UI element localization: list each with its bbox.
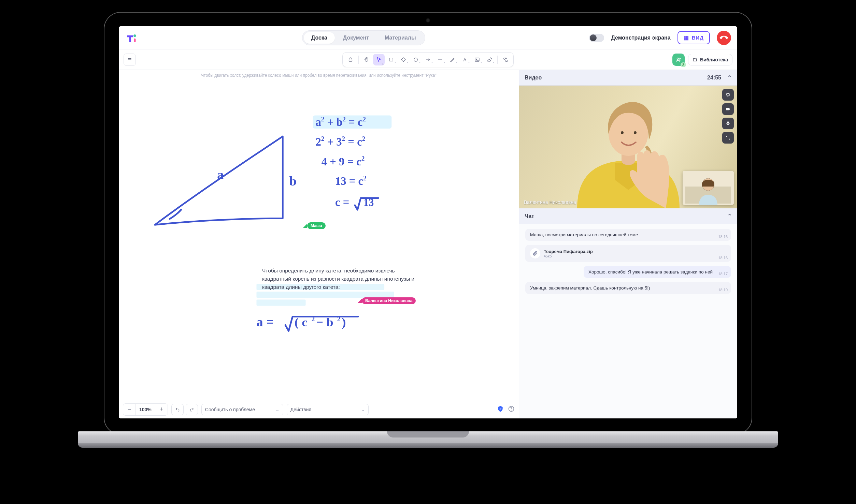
chat-time: 18:16 [718, 235, 728, 239]
svg-text:4 + 9 = c2: 4 + 9 = c2 [322, 155, 365, 167]
sidebar-toggle-button[interactable] [124, 54, 136, 66]
tool-select[interactable]: 1 [373, 54, 385, 65]
mode-tabs: Доска Документ Материалы [302, 30, 425, 45]
tool-line[interactable]: ˅ [434, 54, 446, 65]
cursor-teacher: Валентина Николаевна [358, 297, 416, 304]
chat-messages[interactable]: Маша, посмотри материалы по сегодняшней … [519, 224, 737, 418]
svg-text:13 = c2: 13 = c2 [335, 175, 367, 187]
svg-text:22 + 32 = c2: 22 + 32 = c2 [315, 135, 365, 148]
svg-text:( c: ( c [295, 315, 307, 329]
chat-message: Маша, посмотри материалы по сегодняшней … [525, 229, 731, 241]
tool-eraser[interactable]: ˅ [484, 54, 495, 65]
tool-arrow[interactable]: ˅ [422, 54, 434, 65]
chevron-down-icon: ⌄ [361, 407, 365, 412]
video-name-overlay: Валентина Николаевна [524, 199, 576, 205]
svg-point-7 [504, 58, 505, 59]
actions-dropdown[interactable]: Действия ⌄ [287, 404, 369, 415]
svg-point-6 [476, 59, 477, 59]
report-label: Сообщить о проблеме [205, 407, 255, 412]
video-title: Видео [525, 75, 542, 81]
help-icon[interactable] [508, 405, 515, 414]
chat-file-size: 45кб [544, 254, 593, 258]
camera-dot [427, 19, 430, 22]
layout-icon: ▦ [684, 34, 689, 41]
chat-time: 18:16 [718, 256, 728, 260]
toolbar-row: 1 ˅ ˅ ˅ ˅ ˅ ˅ ˅ ˅ ˅ [119, 49, 737, 70]
zoom-in-button[interactable]: + [155, 404, 168, 415]
svg-rect-1 [134, 38, 135, 42]
chat-title: Чат [525, 213, 534, 219]
chat-message: Хорошо, спасибо! Я уже начинала решать з… [584, 266, 731, 278]
svg-point-9 [677, 58, 679, 59]
topbar-right: Демонстрация экрана ▦ ВИД [589, 31, 731, 45]
video-mic-button[interactable] [722, 118, 734, 129]
svg-rect-8 [506, 60, 508, 61]
svg-text:2: 2 [312, 315, 315, 323]
svg-text:2: 2 [337, 315, 341, 323]
tab-materials[interactable]: Материалы [377, 32, 424, 44]
view-button[interactable]: ▦ ВИД [677, 31, 710, 44]
svg-text:c =: c = [335, 196, 349, 208]
laptop-frame: Доска Документ Материалы Демонстрация эк… [104, 12, 752, 448]
chat-message: Умница, закрепим материал. Сдашь контрол… [525, 282, 731, 294]
canvas-artwork: a b a2 + b2 = c2 22 + 32 = c2 4 + 9 = c2… [119, 79, 519, 400]
participants-button[interactable]: 2 [672, 54, 685, 66]
app-screen: Доска Документ Материалы Демонстрация эк… [119, 26, 737, 418]
tool-image[interactable]: ˅ [471, 54, 483, 65]
undo-redo [171, 404, 198, 415]
svg-text:a =: a = [256, 315, 274, 329]
self-view[interactable] [683, 171, 734, 205]
tool-pen[interactable]: ˅ [447, 54, 458, 65]
divider [497, 56, 498, 64]
redo-button[interactable] [186, 404, 198, 415]
library-label: Библиотека [700, 57, 728, 62]
tool-hand[interactable] [361, 54, 372, 65]
view-button-label: ВИД [692, 35, 704, 41]
tool-lock[interactable] [345, 54, 356, 65]
tool-shapes[interactable] [500, 54, 511, 65]
hangup-button[interactable] [717, 31, 731, 45]
paperclip-icon [530, 248, 540, 258]
zoom-value: 100% [135, 404, 155, 415]
trackpad-notch [387, 431, 469, 438]
divider [358, 56, 359, 64]
svg-point-4 [414, 58, 418, 61]
whiteboard-canvas[interactable]: a b a2 + b2 = c2 22 + 32 = c2 4 + 9 = c2… [119, 79, 519, 400]
zoom-control: − 100% + [123, 403, 168, 416]
screenshare-toggle[interactable] [589, 34, 604, 42]
svg-point-10 [679, 58, 681, 59]
svg-rect-2 [349, 59, 352, 61]
zoom-out-button[interactable]: − [123, 404, 135, 415]
topbar: Доска Документ Материалы Демонстрация эк… [119, 26, 737, 49]
svg-text:13: 13 [363, 196, 374, 208]
video-section-header: Видео 24:55 ⌃ [519, 70, 737, 86]
screenshare-label: Демонстрация экрана [611, 35, 670, 41]
library-button[interactable]: Библиотека [688, 54, 732, 65]
bottom-bar-right [497, 405, 515, 414]
screen-bezel: Доска Документ Материалы Демонстрация эк… [104, 12, 752, 435]
svg-text:): ) [342, 315, 346, 329]
tab-board[interactable]: Доска [304, 32, 335, 44]
svg-point-0 [133, 34, 136, 37]
collapse-chat-button[interactable]: ⌃ [727, 213, 732, 219]
video-settings-button[interactable] [722, 89, 734, 101]
chat-section-header: Чат ⌃ [519, 208, 737, 224]
canvas-panel: Чтобы двигать холст, удерживайте колесо … [119, 70, 519, 418]
undo-button[interactable] [171, 404, 184, 415]
tool-text[interactable]: ˅ [459, 54, 471, 65]
svg-rect-26 [256, 299, 305, 306]
video-camera-button[interactable] [722, 103, 734, 115]
actions-label: Действия [290, 407, 311, 412]
chat-message-file[interactable]: Теорема Пифагора.zip 45кб 18:16 [525, 245, 731, 262]
teacher-avatar [563, 92, 693, 208]
tool-rect[interactable]: ˅ [385, 54, 397, 65]
note-paragraph: Чтобы определить длину катета, необходим… [262, 267, 423, 291]
shield-icon[interactable] [497, 405, 504, 414]
tool-ellipse[interactable]: ˅ [410, 54, 422, 65]
video-expand-button[interactable] [722, 132, 734, 144]
video-timer: 24:55 [707, 75, 721, 81]
tab-document[interactable]: Документ [336, 32, 376, 44]
tool-diamond[interactable]: ˅ [398, 54, 409, 65]
collapse-video-button[interactable]: ⌃ [727, 74, 732, 81]
report-dropdown[interactable]: Сообщить о проблеме ⌄ [201, 404, 283, 415]
